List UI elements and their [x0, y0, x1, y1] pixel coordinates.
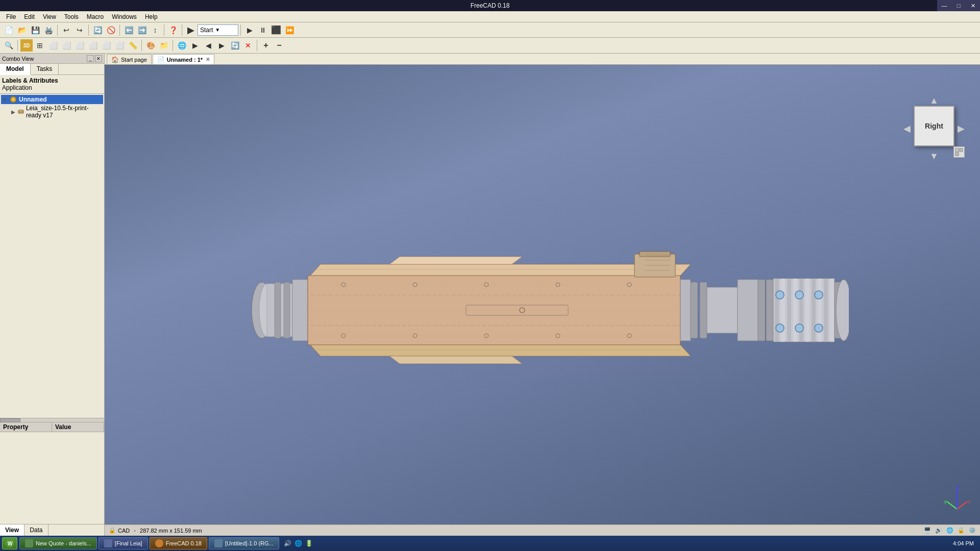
expand-icon2[interactable]: ▶: [11, 109, 17, 115]
menu-tools[interactable]: Tools: [60, 11, 83, 22]
view-top[interactable]: ⬜: [60, 39, 72, 52]
redo-button[interactable]: ↪: [74, 24, 86, 36]
svg-point-63: [776, 291, 784, 299]
taskbar-untitled[interactable]: [Untitled]-1.0 (RG...: [209, 537, 279, 549]
folder-btn[interactable]: 📁: [158, 39, 170, 52]
nav-arrow-left[interactable]: ◀: [903, 123, 911, 134]
minimize-button[interactable]: —: [937, 0, 951, 11]
stop-button[interactable]: 🚫: [105, 24, 117, 36]
doc-tab-startpage[interactable]: 🏠 Start page: [107, 54, 152, 64]
view-left[interactable]: ⬜: [113, 39, 126, 52]
view-bottom[interactable]: ⬜: [100, 39, 112, 52]
svg-rect-58: [805, 279, 810, 342]
menu-view[interactable]: View: [39, 11, 60, 22]
lock-icon: 🔒: [109, 527, 116, 534]
nav-arrow-down[interactable]: ▼: [929, 151, 939, 162]
print-button[interactable]: 🖨️: [42, 24, 55, 36]
tree-unnamed-label: Unnamed: [19, 96, 47, 103]
taskbar-freecad[interactable]: FreeCAD 0.18: [150, 537, 207, 549]
color-btn[interactable]: 🎨: [144, 39, 157, 52]
help-button[interactable]: ❓: [167, 24, 179, 36]
sep-v1: [17, 40, 18, 51]
nav-back[interactable]: ⬅️: [122, 24, 135, 36]
tree-leia-label: Leia_size-10.5-fx-print-ready v17: [26, 105, 102, 119]
view-right[interactable]: ⬜: [74, 39, 86, 52]
view-front[interactable]: ⬜: [47, 39, 59, 52]
taskbar-final-leia[interactable]: [Final Leia]: [99, 537, 148, 549]
expand-icon[interactable]: ▼: [2, 97, 9, 103]
refresh-button[interactable]: 🔄: [91, 24, 104, 36]
maximize-button[interactable]: □: [951, 0, 966, 11]
view-3d[interactable]: 3D: [20, 39, 33, 52]
view-home[interactable]: ⊞: [34, 39, 46, 52]
start-button[interactable]: W: [2, 537, 17, 549]
3d-viewport[interactable]: ▲ ◀ Right ▶ ▼: [105, 65, 980, 524]
tab-data[interactable]: Data: [24, 524, 48, 536]
sys-icon2: 🌐: [295, 540, 302, 547]
stop2-button[interactable]: ⬛: [270, 24, 282, 36]
menu-file[interactable]: File: [2, 11, 20, 22]
nav-cube-corner[interactable]: [953, 146, 965, 158]
play-button[interactable]: ▶: [243, 24, 256, 36]
menu-macro[interactable]: Macro: [83, 11, 108, 22]
zoom-button[interactable]: 🔍: [3, 39, 15, 52]
labels-section: Labels & Attributes Application: [0, 75, 104, 94]
sidebar-close[interactable]: ✕: [95, 55, 102, 62]
sidebar-minimize[interactable]: _: [87, 55, 94, 62]
undo-button[interactable]: ↩: [60, 24, 72, 36]
svg-rect-59: [812, 279, 816, 342]
svg-rect-48: [707, 287, 738, 333]
nav-forward[interactable]: ➡️: [136, 24, 148, 36]
doc-tab-unnamed[interactable]: 📄 Unnamed : 1* ✕: [153, 54, 214, 64]
minus-btn[interactable]: −: [273, 39, 285, 52]
nav-cube[interactable]: ▲ ◀ Right ▶ ▼: [903, 95, 965, 162]
scrollbar-thumb[interactable]: [0, 418, 20, 422]
open-button[interactable]: 📂: [16, 24, 28, 36]
nav-up[interactable]: ↕️: [149, 24, 161, 36]
svg-text:y: y: [944, 499, 947, 504]
menu-help[interactable]: Help: [141, 11, 162, 22]
workbench-selector[interactable]: Start ▼: [198, 24, 238, 36]
cancel-btn[interactable]: ✕: [242, 39, 254, 52]
tree-item-leia[interactable]: ▶ Leia_size-10.5-fx-print-ready v17: [1, 104, 103, 119]
separator2: [88, 24, 89, 36]
combo-view-header: Combo View _ ✕: [0, 54, 104, 64]
separator5: [182, 24, 182, 36]
taskbar-clock: 4:04 PM: [949, 540, 978, 546]
nav-arrow-right[interactable]: ▶: [958, 123, 965, 134]
fast-forward[interactable]: ⏩: [283, 24, 296, 36]
taskbar-system: 🔊 🌐 🔋: [281, 540, 316, 547]
svg-rect-54: [781, 279, 785, 342]
tree-item-unnamed[interactable]: ▼ Unnamed: [1, 95, 103, 104]
globe-btn[interactable]: 🌐: [176, 39, 188, 52]
sys-icon3: 🔋: [305, 540, 313, 547]
new-button[interactable]: 📄: [3, 24, 15, 36]
pause-button[interactable]: ⏸: [257, 24, 269, 36]
plus-btn[interactable]: +: [260, 39, 272, 52]
new-quote-label: New Quote - daniels...: [36, 540, 91, 546]
tab-tasks[interactable]: Tasks: [31, 64, 59, 74]
save-button[interactable]: 💾: [29, 24, 41, 36]
left-arrow-btn[interactable]: ◀: [202, 39, 214, 52]
menu-edit[interactable]: Edit: [20, 11, 39, 22]
nav-arrow-up[interactable]: ▲: [929, 95, 939, 106]
title-bar-controls[interactable]: — □ ✕: [937, 0, 980, 11]
svg-rect-45: [680, 280, 691, 341]
unnamed-tab-close[interactable]: ✕: [206, 57, 210, 62]
right-arrow-btn[interactable]: ▶: [189, 39, 201, 52]
workbench-icon[interactable]: ▶: [185, 24, 197, 36]
combo-view-label: Combo View: [2, 56, 34, 62]
sync-btn[interactable]: 🔄: [229, 39, 241, 52]
tab-model[interactable]: Model: [0, 64, 31, 75]
nav-cube-face[interactable]: Right: [914, 106, 954, 146]
close-button[interactable]: ✕: [966, 0, 980, 11]
svg-point-1: [12, 98, 15, 101]
right2-arrow-btn[interactable]: ▶: [215, 39, 228, 52]
svg-point-66: [776, 324, 784, 332]
tab-view[interactable]: View: [0, 524, 24, 536]
measure-btn[interactable]: 📏: [127, 39, 139, 52]
menu-windows[interactable]: Windows: [108, 11, 141, 22]
view-rear[interactable]: ⬜: [87, 39, 99, 52]
sidebar-scrollbar-h[interactable]: [0, 418, 104, 422]
taskbar-new-quote[interactable]: New Quote - daniels...: [19, 537, 97, 549]
